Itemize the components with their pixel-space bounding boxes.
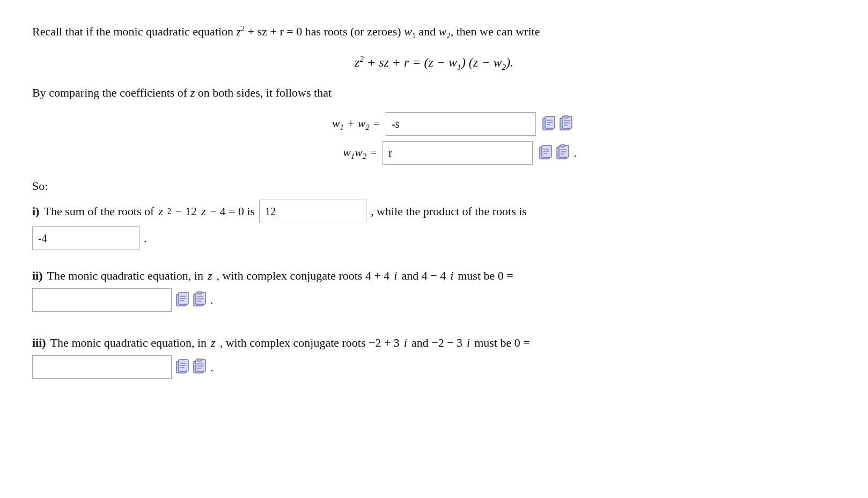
eq2-answer-box[interactable]: r	[382, 141, 533, 165]
part-ii-answer-box[interactable]	[32, 288, 172, 312]
eq2-label: w1w2 =	[291, 143, 377, 163]
copy-icon-2[interactable]	[538, 144, 553, 162]
part-i-text3: − 4 = 0 is	[210, 202, 255, 221]
part-i-text1: The sum of the roots of	[43, 202, 154, 221]
svg-rect-7	[564, 115, 568, 118]
part-i-sum-box[interactable]: 12	[259, 200, 366, 223]
part-i-text4: , while the product of the roots is	[371, 202, 527, 221]
copy-icon-4[interactable]	[175, 358, 190, 376]
part-i-row: i) The sum of the roots of z2 − 12 z − 4…	[32, 200, 836, 223]
w2-label: w	[439, 25, 447, 38]
part-ii-title: ii)	[32, 266, 43, 285]
part-i-text2: − 12	[175, 202, 197, 221]
paste-icon-1[interactable]	[558, 115, 573, 133]
intro-eq-rest: + sz + r = 0	[245, 25, 302, 38]
so-label: So:	[32, 177, 836, 195]
part-ii-text4: must be 0 =	[458, 266, 513, 285]
eq1-copy-icons	[541, 115, 573, 133]
part-ii-i2: i	[450, 266, 453, 285]
copy-icon-3[interactable]	[175, 291, 190, 309]
part-i-product-value: -4	[38, 230, 47, 247]
part-i-z2: z	[201, 202, 206, 221]
copy-icon-1[interactable]	[541, 115, 556, 133]
part-i-product-box[interactable]: -4	[32, 226, 139, 250]
svg-rect-40	[197, 358, 202, 361]
part-ii-z: z	[208, 266, 212, 285]
part-iii-copy-icons: .	[175, 358, 214, 377]
eq2-copy-icons: .	[538, 143, 577, 162]
and-text: and	[416, 25, 439, 38]
intro-text-end: has roots (or zeroes)	[302, 25, 404, 38]
w1-label: w	[404, 25, 412, 38]
eq1-value: -s	[392, 115, 399, 133]
part-iii-i1: i	[404, 333, 407, 352]
svg-rect-29	[197, 291, 202, 294]
part-ii-answer-row: .	[32, 288, 836, 312]
eq1-label: w1 + w2 =	[295, 114, 380, 134]
part-i-period: .	[144, 229, 147, 247]
formula-z: z	[355, 55, 359, 69]
formula-mid: ) (z − w	[461, 55, 502, 69]
part-ii-text2: , with complex conjugate roots 4 + 4	[217, 266, 390, 285]
part-iii-text1: The monic quadratic equation, in	[50, 333, 207, 352]
part-iii-answer-row: .	[32, 355, 836, 379]
comparing-label: By comparing the coefficients of	[32, 86, 190, 99]
paste-icon-4[interactable]	[192, 358, 207, 376]
part-ii-text3: and 4 − 4	[401, 266, 446, 285]
formula-rest: + sz + r = (z − w	[364, 55, 457, 69]
part-iii-text2: , with complex conjugate roots −2 + 3	[220, 333, 400, 352]
part-i-title: i)	[32, 202, 39, 221]
paste-icon-2[interactable]	[555, 144, 570, 162]
intro-text-1: Recall that if the monic quadratic equat…	[32, 25, 237, 38]
part-iii-answer-box[interactable]	[32, 355, 172, 379]
part-i-sum-value: 12	[265, 203, 276, 220]
part-iii-row: iii) The monic quadratic equation, in z …	[32, 333, 836, 352]
equation-row-1: w1 + w2 = -s	[32, 112, 836, 136]
part-iii-block: iii) The monic quadratic equation, in z …	[32, 333, 836, 379]
part-ii-block: ii) The monic quadratic equation, in z ,…	[32, 266, 836, 312]
formula-end: ).	[506, 55, 513, 69]
part-i-block: i) The sum of the roots of z2 − 12 z − 4…	[32, 200, 836, 250]
equation-row-2: w1w2 = r .	[32, 141, 836, 165]
part-iii-title: iii)	[32, 333, 46, 352]
part-ii-row: ii) The monic quadratic equation, in z ,…	[32, 266, 836, 285]
part-i-product-row: -4 .	[32, 226, 836, 250]
centered-formula: z2 + sz + r = (z − w1) (z − w2).	[32, 52, 836, 74]
part-ii-i1: i	[394, 266, 397, 285]
part-ii-text1: The monic quadratic equation, in	[47, 266, 203, 285]
comparing-text: By comparing the coefficients of z on bo…	[32, 83, 836, 102]
part-i-z: z	[158, 202, 163, 221]
part-ii-copy-icons: .	[175, 290, 214, 309]
z-var: z	[237, 25, 241, 38]
svg-rect-18	[561, 144, 565, 147]
part-iii-text3: and −2 − 3	[411, 333, 462, 352]
intro-paragraph: Recall that if the monic quadratic equat…	[32, 21, 836, 42]
eq1-answer-box[interactable]: -s	[386, 112, 536, 136]
part-ii-period: .	[210, 290, 214, 309]
eq2-value: r	[388, 144, 392, 162]
part-iii-i2: i	[467, 333, 470, 352]
paste-icon-3[interactable]	[192, 291, 207, 309]
comparing-label-2: on both sides, it follows that	[195, 86, 332, 99]
z-comparing: z	[190, 86, 195, 99]
part-iii-z: z	[211, 333, 216, 352]
period-eq2: .	[573, 143, 577, 162]
part-iii-period: .	[210, 358, 214, 377]
part-iii-text4: must be 0 =	[474, 333, 529, 352]
then-we-can: , then we can write	[451, 25, 540, 38]
